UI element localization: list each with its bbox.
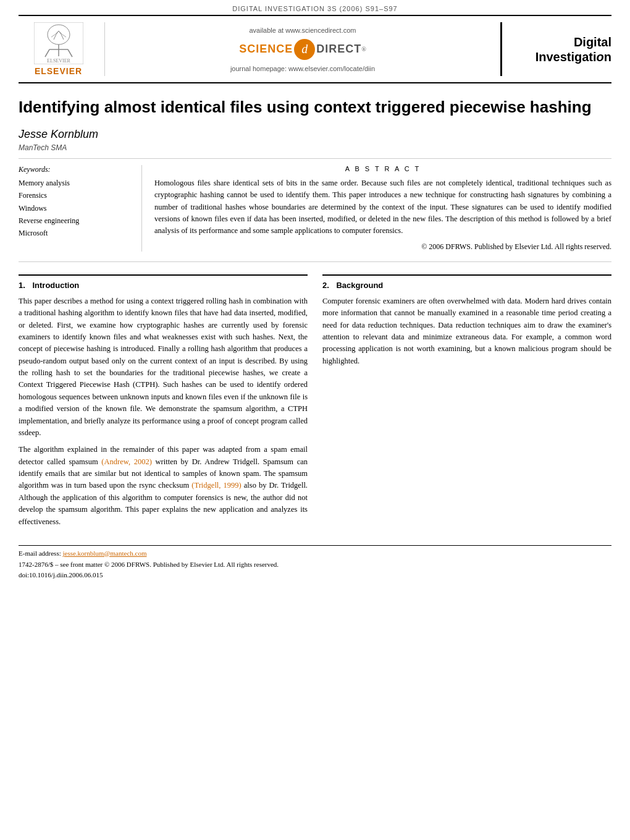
keyword-4: Reverse engineering [19, 214, 132, 227]
section1-number: 1. [19, 281, 25, 290]
keywords-label: Keywords: [19, 165, 132, 174]
footer-email-line: E-mail address: jesse.kornblum@mantech.c… [19, 548, 611, 559]
body-columns: 1. Introduction This paper describes a m… [19, 272, 611, 533]
direct-circle-icon: d [294, 39, 315, 60]
journal-title: Digital Investigation [536, 35, 611, 64]
elsevier-label: ELSEVIER [35, 66, 82, 76]
available-at-text: available at www.sciencedirect.com [249, 27, 356, 34]
section1-title: Introduction [32, 281, 79, 290]
journal-header: ELSEVIER ELSEVIER available at www.scien… [19, 15, 611, 83]
keywords-column: Keywords: Memory analysis Forensics Wind… [19, 165, 142, 252]
keyword-1: Memory analysis [19, 177, 132, 189]
section-divider [19, 261, 611, 262]
footer-doi: doi:10.1016/j.diin.2006.06.015 [19, 570, 611, 581]
keyword-5: Microsoft [19, 227, 132, 239]
left-column: 1. Introduction This paper describes a m… [19, 272, 308, 533]
right-column: 2. Background Computer forensic examiner… [322, 272, 611, 533]
email-link[interactable]: jesse.kornblum@mantech.com [62, 549, 146, 557]
keyword-3: Windows [19, 202, 132, 214]
svg-text:ELSEVIER: ELSEVIER [47, 58, 70, 64]
abstract-body: Homologous files share identical sets of… [154, 177, 611, 237]
paper-title-section: Identifying almost identical files using… [19, 97, 611, 152]
paper-title: Identifying almost identical files using… [19, 97, 611, 118]
registered-symbol: ® [361, 46, 366, 53]
elsevier-tree-icon: ELSEVIER [34, 22, 83, 64]
science-label: SCIENCE [239, 43, 293, 56]
sciencedirect-logo: SCIENCE d DIRECT® [239, 39, 366, 60]
footer-license: 1742-2876/$ – see front matter © 2006 DF… [19, 559, 611, 571]
section2-number: 2. [322, 281, 329, 290]
affiliation: ManTech SMA [19, 143, 611, 152]
elsevier-logo: ELSEVIER ELSEVIER [34, 22, 83, 76]
footer-divider [19, 545, 611, 546]
journal-homepage-text: journal homepage: www.elsevier.com/locat… [230, 65, 375, 72]
direct-label: DIRECT [316, 43, 361, 56]
abstract-column: A B S T R A C T Homologous files share i… [154, 165, 611, 252]
elsevier-logo-section: ELSEVIER ELSEVIER [19, 22, 105, 76]
author-name: Jesse Kornblum [19, 128, 611, 141]
copyright-line: © 2006 DFRWS. Published by Elsevier Ltd.… [154, 242, 611, 252]
tridgell-1999-link[interactable]: (Tridgell, 1999) [191, 481, 241, 490]
andrew-2002-link[interactable]: (Andrew, 2002) [101, 457, 152, 466]
page: DIGITAL INVESTIGATION 3S (2006) S91–S97 [0, 0, 630, 840]
journal-title-section: Digital Investigation [500, 22, 611, 76]
footer: E-mail address: jesse.kornblum@mantech.c… [19, 548, 611, 581]
abstract-section: Keywords: Memory analysis Forensics Wind… [19, 158, 611, 252]
section2-title: Background [336, 281, 383, 290]
keyword-2: Forensics [19, 189, 132, 202]
section2-paragraph: Computer forensic examiners are often ov… [322, 295, 611, 367]
journal-reference: DIGITAL INVESTIGATION 3S (2006) S91–S97 [232, 5, 397, 12]
section1-heading: 1. Introduction [19, 274, 308, 292]
section2-heading: 2. Background [322, 274, 611, 292]
email-label: E-mail address: [19, 549, 61, 557]
section1-paragraph2: The algorithm explained in the remainder… [19, 444, 308, 528]
sciencedirect-section: available at www.sciencedirect.com SCIEN… [105, 22, 500, 76]
journal-meta-bar: DIGITAL INVESTIGATION 3S (2006) S91–S97 [0, 0, 630, 15]
abstract-heading: A B S T R A C T [154, 165, 611, 172]
section1-paragraph1: This paper describes a method for using … [19, 295, 308, 439]
